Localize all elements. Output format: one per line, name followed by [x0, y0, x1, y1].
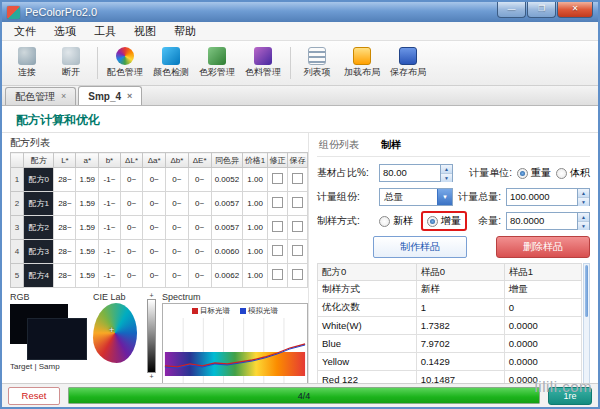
list-items-button[interactable]: 列表项 [295, 47, 339, 79]
base-ratio-value[interactable]: 80.00 [380, 165, 440, 181]
correct-checkbox[interactable] [272, 173, 283, 184]
menu-tools[interactable]: 工具 [85, 23, 125, 40]
formula-name[interactable]: 配方1 [24, 192, 54, 216]
spin-up-icon[interactable]: ▲ [578, 189, 589, 197]
save-checkbox[interactable] [292, 197, 303, 208]
sample-row[interactable]: Yellow 0.1429 0.0000 [318, 353, 582, 371]
spinner-buttons[interactable]: ▲ ▼ [577, 189, 589, 205]
sample-row[interactable]: Blue 7.9702 0.0000 [318, 335, 582, 353]
formula-row[interactable]: 1 配方0 28~ 1.59 -1~ 0~ 0~ 0~ 0~ 0.0052 1.… [11, 168, 308, 192]
col-header[interactable]: 保存 [287, 153, 307, 168]
remain-value[interactable]: 80.0000 [507, 213, 577, 229]
radio-weight[interactable]: 重量 [517, 166, 551, 180]
color-matching-button[interactable]: 配色管理 [102, 47, 148, 79]
cell-L: 28~ [54, 216, 76, 240]
col-header[interactable]: Δb* [166, 153, 189, 168]
remain-input[interactable]: 80.0000 ▲ ▼ [506, 212, 590, 230]
save-layout-button[interactable]: 保存布局 [385, 47, 431, 79]
col-header[interactable]: 同色异 [211, 153, 243, 168]
col-header[interactable]: ΔE* [188, 153, 211, 168]
connect-button[interactable]: 连接 [5, 47, 49, 79]
menu-help[interactable]: 帮助 [165, 23, 205, 40]
save-checkbox[interactable] [292, 245, 303, 256]
close-button[interactable]: ✕ [557, 2, 593, 18]
color-detect-button[interactable]: 颜色检测 [148, 47, 194, 79]
tab-component-list[interactable]: 组份列表 [319, 138, 359, 152]
sample-row[interactable]: 制样方式 新样 增量 [318, 281, 582, 299]
save-checkbox[interactable] [292, 269, 303, 280]
table-scrollbar[interactable] [583, 263, 590, 389]
spinner-buttons[interactable]: ▲ ▼ [577, 213, 589, 229]
radio-new-sample[interactable]: 新样 [379, 214, 413, 228]
load-layout-button[interactable]: 加载布局 [339, 47, 385, 79]
titlebar[interactable]: PeColorPro2.0 — ❐ ✕ [2, 2, 598, 22]
total-input[interactable]: 100.0000 ▲ ▼ [506, 188, 590, 206]
formula-row[interactable]: 3 配方2 28~ 1.59 -1~ 0~ 0~ 0~ 0~ 0.0057 1.… [11, 216, 308, 240]
correct-checkbox[interactable] [272, 197, 283, 208]
col-header[interactable]: b* [99, 153, 121, 168]
delete-sample-button[interactable]: 删除样品 [496, 236, 590, 258]
col-header[interactable]: L* [54, 153, 76, 168]
col-header[interactable]: 配方0 [318, 264, 417, 281]
radio-volume[interactable]: 体积 [556, 166, 590, 180]
col-header[interactable]: 修正 [268, 153, 288, 168]
disconnect-button[interactable]: 断开 [49, 47, 93, 79]
make-sample-button[interactable]: 制作样品 [373, 236, 467, 258]
spin-down-icon[interactable]: ▼ [441, 173, 452, 182]
cell-b: -1~ [99, 264, 121, 288]
component-select[interactable]: 总量 ▼ [379, 188, 453, 206]
tab-color-matching[interactable]: 配色管理 × [5, 87, 76, 105]
dropdown-arrow-icon[interactable]: ▼ [437, 189, 452, 205]
col-header[interactable]: 样品0 [416, 264, 504, 281]
cell-correct [268, 216, 288, 240]
formula-name[interactable]: 配方3 [24, 240, 54, 264]
color-manage-button[interactable]: 色彩管理 [194, 47, 240, 79]
cie-chromaticity-diagram[interactable]: + [93, 303, 137, 363]
radio-incremental[interactable]: 增量 [427, 214, 461, 228]
sample-row[interactable]: White(W) 1.7382 0.0000 [318, 317, 582, 335]
correct-checkbox[interactable] [272, 269, 283, 280]
formula-row[interactable]: 2 配方1 28~ 1.59 -1~ 0~ 0~ 0~ 0~ 0.0057 1.… [11, 192, 308, 216]
spinner-buttons[interactable]: ▲ ▼ [440, 165, 452, 181]
col-header[interactable]: 配方 [24, 153, 54, 168]
spin-up-icon[interactable]: ▲ [441, 165, 452, 173]
col-header[interactable]: Δa* [143, 153, 166, 168]
lightness-gradient-bar[interactable] [147, 299, 156, 373]
minimize-button[interactable]: — [497, 2, 526, 18]
formula-name[interactable]: 配方4 [24, 264, 54, 288]
menu-view[interactable]: 视图 [125, 23, 165, 40]
spin-up-icon[interactable]: ▲ [578, 213, 589, 221]
load-layout-icon [353, 47, 371, 65]
cell-b: -1~ [99, 168, 121, 192]
formula-name[interactable]: 配方2 [24, 216, 54, 240]
sample-row[interactable]: 优化次数 1 0 [318, 299, 582, 317]
cell-value: 0.0000 [504, 335, 581, 353]
col-header[interactable]: a* [76, 153, 99, 168]
menu-options[interactable]: 选项 [45, 23, 85, 40]
tab-close-icon[interactable]: × [61, 92, 66, 101]
col-header[interactable]: ΔL* [120, 153, 143, 168]
tab-sampling[interactable]: 制样 [381, 138, 401, 152]
tab-smp4[interactable]: Smp_4 × [78, 86, 142, 105]
menu-file[interactable]: 文件 [5, 23, 45, 40]
col-header[interactable]: 样品1 [504, 264, 581, 281]
legend-simulated: 模拟光谱 [240, 306, 278, 316]
total-value[interactable]: 100.0000 [507, 189, 577, 205]
spin-down-icon[interactable]: ▼ [578, 197, 589, 206]
formula-row[interactable]: 4 配方3 28~ 1.59 -1~ 0~ 0~ 0~ 0~ 0.0060 1.… [11, 240, 308, 264]
save-checkbox[interactable] [292, 173, 303, 184]
reset-button[interactable]: Reset [8, 387, 60, 405]
formula-row[interactable]: 5 配方4 28~ 1.59 -1~ 0~ 0~ 0~ 0~ 0.0062 1.… [11, 264, 308, 288]
spin-down-icon[interactable]: ▼ [578, 221, 589, 230]
base-ratio-input[interactable]: 80.00 ▲ ▼ [379, 164, 453, 182]
correct-checkbox[interactable] [272, 245, 283, 256]
maximize-button[interactable]: ❐ [527, 2, 556, 18]
correct-checkbox[interactable] [272, 221, 283, 232]
lightness-slider[interactable]: + + [146, 292, 157, 392]
col-header[interactable]: 价格1 [243, 153, 268, 168]
colorant-manage-button[interactable]: 色料管理 [240, 47, 286, 79]
formula-name[interactable]: 配方0 [24, 168, 54, 192]
tab-close-icon[interactable]: × [127, 92, 132, 101]
scrollbar-thumb[interactable] [585, 265, 588, 317]
save-checkbox[interactable] [292, 221, 303, 232]
